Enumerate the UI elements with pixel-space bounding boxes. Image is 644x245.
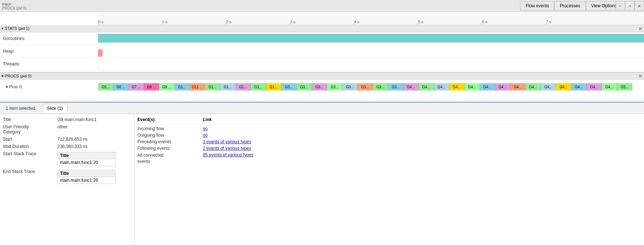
proc-block[interactable]: G1... xyxy=(236,83,251,91)
category-key: User FriendlyCategory xyxy=(3,124,57,134)
time-tick-6: 6 s xyxy=(482,20,487,25)
proc-block[interactable]: G4... xyxy=(571,83,587,91)
proc-block[interactable]: G3... xyxy=(327,83,342,91)
all-connected-link[interactable]: 95 events of various types xyxy=(203,152,253,157)
start-stack-subtable: Title main.main.func1:20 xyxy=(57,152,116,166)
proc-block[interactable]: G8 ... xyxy=(144,83,159,91)
proc-block[interactable]: G4... xyxy=(510,83,526,91)
proc-block[interactable]: G4... xyxy=(587,83,602,91)
time-tick-5: 5 s xyxy=(418,20,423,25)
proc-block[interactable]: G4... xyxy=(403,83,419,91)
nav-back-button[interactable]: ← xyxy=(616,1,625,11)
proc-block[interactable]: G3... xyxy=(312,83,327,91)
events-col-header: Event(s) xyxy=(137,117,203,122)
proc-block[interactable]: G4... xyxy=(495,83,510,91)
threads-chart[interactable] xyxy=(98,58,644,70)
preceding-events-link[interactable]: 3 events of various types xyxy=(203,139,251,144)
proc-block[interactable]: G6 ... xyxy=(113,83,129,91)
threads-label: Threads: xyxy=(0,58,98,70)
proc-block[interactable]: G4... xyxy=(449,83,464,91)
title-value: G8 main.main.func1 xyxy=(57,117,96,122)
following-events-label: Following events xyxy=(137,146,203,151)
proc-block[interactable]: G4... xyxy=(464,83,480,91)
proc-block[interactable]: G1... xyxy=(220,83,236,91)
proc-block[interactable]: G4... xyxy=(602,83,617,91)
proc-block[interactable]: G11 ... xyxy=(190,83,205,91)
proc-block[interactable]: G4... xyxy=(419,83,434,91)
proc-block[interactable]: G1... xyxy=(251,83,266,91)
time-tick-3: 3 s xyxy=(290,20,295,25)
incoming-flow-link[interactable]: go xyxy=(203,126,208,131)
proc-block[interactable]: G3... xyxy=(297,83,312,91)
goroutines-label: Goroutines: xyxy=(0,32,98,45)
procs-section: ▾ PROCS (pid 0) ✕ ▾ Proc 0 G5...G6 ...G7… xyxy=(0,72,644,101)
proc-block[interactable]: G1... xyxy=(205,83,220,91)
goroutines-chart[interactable] xyxy=(98,32,644,45)
slice-tab[interactable]: Slice (1) xyxy=(42,104,68,113)
time-tick-2: 2 s xyxy=(226,20,232,25)
proc-block[interactable]: G3... xyxy=(342,83,358,91)
following-events-row: Following events 2 events of various typ… xyxy=(137,146,641,151)
proc-block[interactable]: G4... xyxy=(541,83,556,91)
time-tick-7: 7 s xyxy=(546,20,551,25)
stats-close-button[interactable]: ✕ xyxy=(638,26,643,32)
proc-block[interactable]: G5... xyxy=(98,83,113,91)
nav-forward-button[interactable]: → xyxy=(625,1,635,11)
time-tick-1: 1 s xyxy=(162,20,168,25)
flow-events-button[interactable]: Flow events xyxy=(520,1,554,11)
time-tick-0: 0 s xyxy=(98,20,104,25)
outgoing-flow-row: Outgoing flow go xyxy=(137,133,641,138)
category-value: other xyxy=(57,124,67,129)
procs-title: ▾ PROCS (pid 0) xyxy=(1,74,31,79)
trace-area: 0 s 1 s 2 s 3 s 4 s 5 s 6 s 7 s ▾ STATS … xyxy=(0,12,644,114)
nav-button-group: ← → » xyxy=(616,0,644,12)
start-value: 712,826,653 ns xyxy=(57,137,88,142)
proc-block[interactable]: G7 ... xyxy=(129,83,144,91)
outgoing-flow-link[interactable]: go xyxy=(203,133,208,138)
following-events-link[interactable]: 2 events of various types xyxy=(203,146,251,151)
proc-block[interactable]: G4... xyxy=(556,83,571,91)
end-stack-table: Title main.main.func1:26 xyxy=(57,169,116,184)
proc-block[interactable]: G4... xyxy=(526,83,541,91)
end-stack-subtable: Title main.main.func1:26 xyxy=(57,170,116,184)
outgoing-flow-label: Outgoing flow xyxy=(137,133,203,138)
proc-block[interactable]: G5... xyxy=(617,83,632,91)
timeline-ruler: 0 s 1 s 2 s 3 s 4 s 5 s 6 s 7 s xyxy=(98,12,644,25)
start-stack-header: Title xyxy=(58,152,115,159)
stats-section: ▾ STATS (pid 1) ✕ Goroutines: Heap: Thre… xyxy=(0,25,644,72)
proc0-label: ▾ Proc 0 xyxy=(0,80,98,94)
wall-duration-value: 236,360,333 ns xyxy=(57,144,88,149)
nav-expand-button[interactable]: » xyxy=(635,1,644,11)
procs-header: ▾ PROCS (pid 0) ✕ xyxy=(0,72,644,80)
heap-chart[interactable] xyxy=(98,45,644,57)
end-stack-value[interactable]: main.main.func1:26 xyxy=(58,177,115,184)
threads-row: Threads: xyxy=(0,58,644,71)
proc-block[interactable]: G3... xyxy=(373,83,388,91)
proc-block[interactable]: G3... xyxy=(281,83,297,91)
stats-title: ▾ STATS (pid 1) xyxy=(1,26,29,31)
processes-button[interactable]: Processes xyxy=(554,1,585,11)
wall-duration-key: Wall Duration xyxy=(3,144,57,149)
proc-block[interactable]: G4... xyxy=(480,83,495,91)
proc-block[interactable]: G3... xyxy=(388,83,403,91)
proc-block[interactable]: G1... xyxy=(174,83,190,91)
proc-block[interactable]: G9 ... xyxy=(159,83,174,91)
procs-close-button[interactable]: ✕ xyxy=(638,73,643,79)
start-stack-key: Start Stack Trace xyxy=(3,151,57,156)
start-stack-value[interactable]: main.main.func1:20 xyxy=(58,159,115,166)
category-row: User FriendlyCategory other xyxy=(3,124,131,134)
start-row: Start 712,826,653 ns xyxy=(3,137,131,142)
heap-row: Heap: xyxy=(0,45,644,58)
proc-block[interactable]: G3... xyxy=(358,83,373,91)
goroutines-bar xyxy=(98,34,644,43)
preceding-events-row: Preceding events 3 events of various typ… xyxy=(137,139,641,144)
proc-block[interactable]: G1... xyxy=(266,83,281,91)
heap-bar xyxy=(98,49,102,57)
proc-block[interactable]: G4... xyxy=(434,83,449,91)
title-key: Title xyxy=(3,117,57,122)
bottom-panel: 1 item selected. Slice (1) Title G8 main… xyxy=(0,102,644,245)
proc0-chart[interactable]: G5...G6 ...G7 ...G8 ...G9 ...G1...G11 ..… xyxy=(98,80,644,94)
detail-left: Title G8 main.main.func1 User FriendlyCa… xyxy=(0,114,134,245)
selected-count-label: 1 item selected. xyxy=(3,105,39,112)
panel-tabs: 1 item selected. Slice (1) xyxy=(0,103,644,114)
